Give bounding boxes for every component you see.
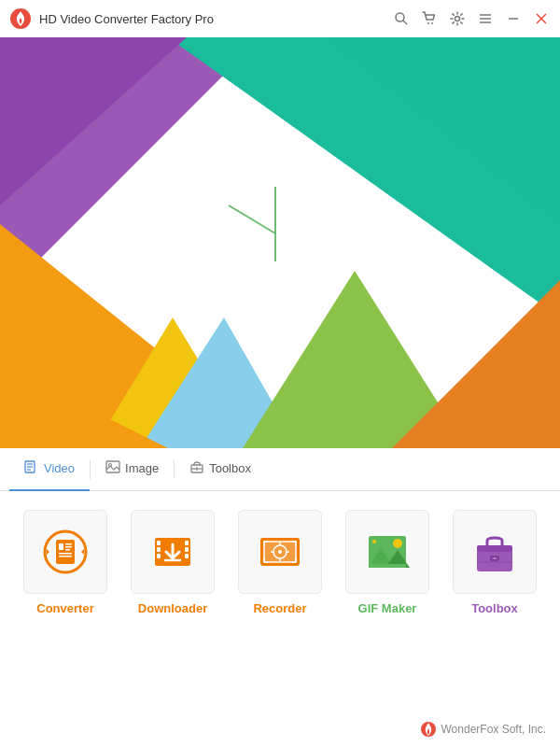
minimize-button[interactable] [504, 9, 523, 28]
svg-rect-45 [65, 546, 72, 548]
footer-text: WonderFox Soft, Inc. [441, 723, 547, 736]
svg-rect-47 [59, 553, 72, 555]
tab-video[interactable]: Video [9, 448, 90, 491]
tab-bar: Video Image [0, 448, 560, 491]
svg-rect-46 [65, 549, 70, 551]
svg-rect-54 [185, 547, 189, 552]
tool-recorder[interactable]: Recorder [233, 510, 327, 615]
window-controls [392, 9, 551, 28]
toolbox-tab-icon [189, 460, 204, 476]
svg-point-3 [427, 22, 429, 24]
svg-point-5 [455, 17, 460, 21]
recorder-icon-box [238, 510, 322, 594]
hero-banner [0, 37, 560, 448]
converter-icon [40, 527, 91, 577]
toolbox-icon-box [453, 510, 537, 594]
tab-toolbox[interactable]: Toolbox [175, 448, 266, 491]
close-button[interactable] [532, 9, 551, 28]
svg-point-62 [278, 550, 282, 554]
gif-maker-label: GIF Maker [358, 601, 417, 615]
svg-rect-48 [59, 556, 72, 557]
converter-label: Converter [36, 601, 93, 615]
converter-icon-box [23, 510, 107, 594]
tab-image[interactable]: Image [91, 448, 174, 491]
svg-rect-43 [59, 543, 63, 550]
recorder-label: Recorder [253, 601, 306, 615]
toolbox-icon [469, 527, 520, 577]
svg-rect-51 [157, 547, 161, 552]
tool-toolbox[interactable]: Toolbox [448, 510, 541, 615]
tab-video-label: Video [44, 461, 75, 475]
svg-line-2 [403, 21, 407, 24]
hero-graphic [0, 37, 560, 448]
svg-rect-36 [106, 461, 119, 472]
tab-toolbox-label: Toolbox [209, 461, 251, 475]
downloader-icon-box [131, 510, 215, 594]
app-title: HD Video Converter Factory Pro [39, 12, 392, 26]
tool-downloader[interactable]: Downloader [126, 510, 219, 615]
search-icon[interactable] [392, 9, 411, 28]
svg-rect-52 [157, 554, 161, 558]
svg-rect-55 [185, 554, 189, 558]
downloader-label: Downloader [138, 601, 207, 615]
tool-gif-maker[interactable]: GIF Maker [341, 510, 434, 615]
svg-point-4 [431, 22, 433, 24]
svg-point-73 [393, 539, 402, 548]
footer: WonderFox Soft, Inc. [420, 721, 547, 738]
toolbox-label: Toolbox [471, 601, 518, 615]
app-logo [9, 7, 32, 30]
title-bar: HD Video Converter Factory Pro [0, 0, 560, 37]
settings-icon[interactable] [448, 9, 467, 28]
gif-maker-icon-box [345, 510, 429, 594]
cart-icon[interactable] [420, 9, 439, 28]
tool-converter[interactable]: Converter [19, 510, 112, 615]
image-tab-icon [105, 460, 120, 476]
video-tab-icon [24, 460, 39, 476]
downloader-icon [147, 527, 198, 577]
svg-rect-53 [185, 541, 189, 545]
svg-rect-72 [369, 566, 406, 568]
tools-grid: Converter [0, 491, 560, 634]
svg-rect-42 [56, 540, 75, 564]
svg-rect-50 [157, 541, 161, 545]
tab-image-label: Image [125, 461, 159, 475]
footer-logo-icon [420, 721, 437, 738]
svg-point-1 [396, 13, 404, 21]
svg-point-81 [494, 557, 496, 559]
bottom-section: Video Image [0, 448, 560, 747]
list-icon[interactable] [476, 9, 495, 28]
recorder-icon [255, 527, 305, 577]
svg-point-76 [372, 540, 376, 543]
gif-maker-icon [362, 527, 413, 577]
svg-rect-78 [477, 545, 512, 552]
svg-rect-44 [65, 543, 72, 545]
